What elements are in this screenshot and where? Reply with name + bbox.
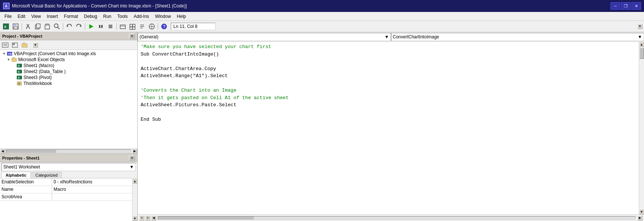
props-btn[interactable] bbox=[138, 22, 147, 31]
menu-item-run[interactable]: Run bbox=[100, 13, 114, 20]
svg-rect-35 bbox=[2, 43, 8, 47]
vscroll-up[interactable]: ▲ bbox=[639, 42, 644, 47]
tree-vbaproject[interactable]: ▼ VBA VBAProject (Convert Chart into Ima… bbox=[1, 51, 137, 57]
project-panel-toolbar: ▼ bbox=[0, 40, 137, 50]
general-dropdown[interactable]: (General) ▼ bbox=[138, 33, 391, 41]
excel-icon-btn[interactable]: X bbox=[1, 22, 10, 31]
status-position: Ln 11, Col 8 bbox=[171, 23, 215, 30]
redo-btn[interactable] bbox=[74, 22, 83, 31]
tab-categorized[interactable]: Categorized bbox=[31, 172, 61, 178]
code-line-5 bbox=[141, 80, 636, 87]
properties-close[interactable]: ✕ bbox=[129, 155, 135, 161]
bottom-hscroll-right[interactable]: ▶ bbox=[637, 215, 643, 221]
vscroll-down[interactable]: ▼ bbox=[639, 209, 644, 214]
menu-item-debug[interactable]: Debug bbox=[81, 13, 100, 20]
sheet2-label: Sheet2 (Data_Table ) bbox=[23, 69, 65, 74]
close-button[interactable]: ✕ bbox=[631, 2, 641, 10]
sheet2-icon: S bbox=[16, 69, 22, 74]
stop-btn[interactable] bbox=[106, 22, 115, 31]
svg-rect-6 bbox=[14, 26, 17, 29]
save-icon-btn[interactable] bbox=[11, 22, 20, 31]
paste-btn[interactable] bbox=[43, 22, 52, 31]
svg-rect-10 bbox=[36, 24, 40, 28]
help-btn[interactable]: ? bbox=[160, 22, 169, 31]
hscroll-left[interactable]: ◀ bbox=[0, 149, 5, 154]
panel-scroll-down[interactable]: ▼ bbox=[33, 42, 38, 48]
bottom-btn-2[interactable]: ≡ bbox=[145, 215, 150, 221]
restore-button[interactable]: ❐ bbox=[621, 2, 631, 10]
tree-sheet1[interactable]: S Sheet1 (Macro) bbox=[1, 63, 137, 69]
menu-item-add-ins[interactable]: Add-Ins bbox=[131, 13, 152, 20]
svg-marker-16 bbox=[80, 25, 81, 27]
run-btn[interactable] bbox=[87, 22, 96, 31]
svg-rect-19 bbox=[101, 25, 103, 28]
obj-browser-btn[interactable] bbox=[147, 22, 156, 31]
menu-item-edit[interactable]: Edit bbox=[15, 13, 28, 20]
project-tree[interactable]: ▼ VBA VBAProject (Convert Chart into Ima… bbox=[0, 50, 137, 148]
sep2 bbox=[63, 23, 63, 30]
svg-rect-40 bbox=[22, 44, 27, 47]
menu-item-format[interactable]: Format bbox=[61, 13, 81, 20]
minimize-button[interactable]: ─ bbox=[611, 2, 620, 10]
toolbar-scroll-btn[interactable]: ▼ bbox=[637, 24, 643, 29]
tree-sheet3[interactable]: S Sheet3 (Pivot) bbox=[1, 75, 137, 80]
svg-point-13 bbox=[54, 24, 58, 28]
proc-dropdown-text: ConvertChartIntoImage bbox=[393, 34, 439, 40]
code-editor[interactable]: 'Make sure you have selected your chart … bbox=[138, 42, 639, 214]
svg-text:S: S bbox=[18, 64, 20, 67]
vscroll-thumb[interactable] bbox=[640, 48, 644, 59]
tree-excel-objects[interactable]: ▼ Microsoft Excel Objects bbox=[1, 57, 137, 63]
props-scrollbar[interactable]: ▲ ▼ bbox=[132, 179, 137, 221]
no-expand-1 bbox=[11, 64, 16, 67]
vbaproject-label: VBAProject (Convert Chart into Image.xls bbox=[14, 51, 96, 56]
vba-icon: VBA bbox=[7, 51, 13, 56]
undo-btn[interactable] bbox=[65, 22, 74, 31]
proc-dropdown[interactable]: ConvertChartIntoImage ▼ bbox=[391, 33, 644, 41]
copy-btn[interactable] bbox=[33, 22, 42, 31]
menu-item-tools[interactable]: Tools bbox=[114, 13, 131, 20]
view-code-btn[interactable] bbox=[1, 41, 10, 49]
svg-marker-17 bbox=[89, 24, 93, 29]
menu-item-window[interactable]: Window bbox=[152, 13, 174, 20]
bottom-btn-1[interactable]: ≡ bbox=[139, 215, 144, 221]
project-btn[interactable] bbox=[128, 22, 137, 31]
cut-btn[interactable] bbox=[23, 22, 32, 31]
thisworkbook-label: ThisWorkbook bbox=[23, 81, 52, 86]
excel-folder-icon bbox=[11, 57, 17, 62]
code-line-9 bbox=[141, 109, 636, 116]
menu-item-help[interactable]: Help bbox=[174, 13, 189, 20]
tree-sheet2[interactable]: S Sheet2 (Data_Table ) bbox=[1, 69, 137, 75]
toggle-folders-btn[interactable] bbox=[20, 41, 29, 49]
menu-item-insert[interactable]: Insert bbox=[44, 13, 61, 20]
props-scroll-down[interactable]: ▼ bbox=[132, 216, 138, 221]
menu-item-file[interactable]: File bbox=[1, 13, 15, 20]
properties-selector[interactable]: Sheet1 Worksheet ▼ bbox=[1, 163, 136, 171]
project-hscroll[interactable]: ◀ ▶ bbox=[0, 148, 137, 154]
code-area: (General) ▼ ConvertChartIntoImage ▼ 'Mak… bbox=[138, 32, 644, 221]
menu-item-view[interactable]: View bbox=[28, 13, 44, 20]
prop-key-name: Name bbox=[0, 186, 52, 193]
prop-key-enable: EnableSelection bbox=[0, 179, 52, 186]
svg-rect-24 bbox=[132, 24, 135, 27]
break-btn[interactable] bbox=[96, 22, 105, 31]
project-panel-title: Project - VBAProject bbox=[2, 34, 42, 38]
code-vscroll[interactable]: ▲ ▼ bbox=[639, 42, 644, 214]
hscroll-right[interactable]: ▶ bbox=[132, 149, 137, 154]
props-scroll-up[interactable]: ▲ bbox=[132, 179, 138, 184]
find-btn[interactable] bbox=[52, 22, 61, 31]
selector-text: Sheet1 Worksheet bbox=[3, 164, 40, 170]
view-designer-btn[interactable] bbox=[10, 41, 19, 49]
sep3 bbox=[85, 23, 85, 30]
code-line-8: ActiveSheet.Pictures.Paste.Select bbox=[141, 101, 636, 109]
tab-alphabetic[interactable]: Alphabetic bbox=[1, 172, 31, 178]
svg-rect-25 bbox=[130, 27, 132, 29]
project-panel-close[interactable]: ✕ bbox=[129, 34, 135, 39]
bottom-hscroll-left[interactable]: ◀ bbox=[151, 215, 156, 221]
no-expand-4 bbox=[11, 82, 16, 85]
sep4 bbox=[116, 23, 117, 30]
design-btn[interactable] bbox=[118, 22, 127, 31]
tree-thisworkbook[interactable]: W ThisWorkbook bbox=[1, 80, 137, 86]
svg-text:W: W bbox=[18, 82, 20, 85]
prop-row-scroll: ScrollArea bbox=[0, 193, 132, 201]
code-line-10: End Sub bbox=[141, 116, 636, 123]
